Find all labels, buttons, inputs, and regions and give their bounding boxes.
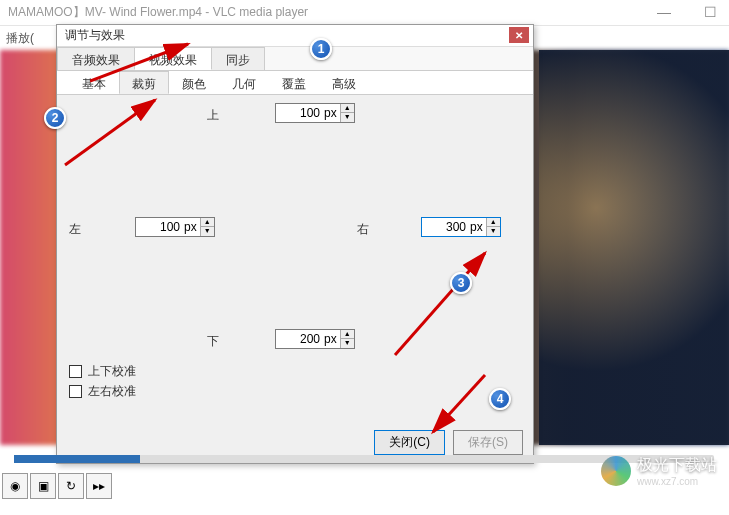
crop-top-input[interactable]	[276, 104, 324, 122]
main-title: MAMAMOO】MV- Wind Flower.mp4 - VLC media …	[8, 4, 308, 21]
subtab-advanced[interactable]: 高级	[319, 71, 369, 94]
crop-panel: 上 px ▲ ▼ 左 px	[57, 95, 533, 435]
watermark-name: 极光下载站	[637, 455, 717, 476]
annotation-3: 3	[450, 272, 472, 294]
spin-up-icon[interactable]: ▲	[201, 218, 214, 227]
watermark-url: www.xz7.com	[637, 476, 717, 487]
annotation-4: 4	[489, 388, 511, 410]
dialog-title-text: 调节与效果	[65, 27, 125, 44]
subtab-basic[interactable]: 基本	[69, 71, 119, 94]
spin-down-icon[interactable]: ▼	[201, 227, 214, 236]
effects-dialog: 调节与效果 ✕ 音频效果 视频效果 同步 基本 裁剪 颜色 几何 覆盖 高级 上…	[56, 24, 534, 464]
sync-left-right-label: 左右校准	[88, 383, 136, 400]
spin-down-icon[interactable]: ▼	[341, 113, 354, 122]
crop-left-label: 左	[69, 221, 81, 238]
unit-label: px	[470, 218, 486, 236]
sync-left-right-checkbox[interactable]	[69, 385, 82, 398]
crop-top-label: 上	[207, 107, 219, 124]
minimize-icon[interactable]: —	[649, 2, 679, 22]
crop-left-input[interactable]	[136, 218, 184, 236]
progress-fill	[14, 455, 140, 463]
crop-left-spinner[interactable]: px ▲ ▼	[135, 217, 215, 237]
crop-bottom-input[interactable]	[276, 330, 324, 348]
sync-top-bottom-checkbox[interactable]	[69, 365, 82, 378]
subtab-overlay[interactable]: 覆盖	[269, 71, 319, 94]
main-titlebar: MAMAMOO】MV- Wind Flower.mp4 - VLC media …	[0, 0, 729, 26]
tab-sync[interactable]: 同步	[211, 47, 265, 70]
crop-right-spinner[interactable]: px ▲ ▼	[421, 217, 501, 237]
spin-down-icon[interactable]: ▼	[487, 227, 500, 236]
spin-up-icon[interactable]: ▲	[341, 104, 354, 113]
annotation-2: 2	[44, 107, 66, 129]
close-button[interactable]: 关闭(C)	[374, 430, 445, 455]
spin-up-icon[interactable]: ▲	[487, 218, 500, 227]
crop-right-input[interactable]	[422, 218, 470, 236]
sync-top-bottom-label: 上下校准	[88, 363, 136, 380]
record-button[interactable]: ▣	[30, 473, 56, 499]
subtab-crop[interactable]: 裁剪	[119, 71, 169, 94]
tab-audio-effects[interactable]: 音频效果	[57, 47, 135, 70]
unit-label: px	[184, 218, 200, 236]
crop-bottom-spinner[interactable]: px ▲ ▼	[275, 329, 355, 349]
crop-bottom-label: 下	[207, 333, 219, 350]
annotation-1: 1	[310, 38, 332, 60]
loop-button[interactable]: ↻	[58, 473, 84, 499]
unit-label: px	[324, 330, 340, 348]
menu-item-play[interactable]: 播放(	[6, 30, 34, 47]
spin-up-icon[interactable]: ▲	[341, 330, 354, 339]
unit-label: px	[324, 104, 340, 122]
spin-down-icon[interactable]: ▼	[341, 339, 354, 348]
subtab-color[interactable]: 颜色	[169, 71, 219, 94]
watermark-logo-icon	[601, 456, 631, 486]
dialog-titlebar: 调节与效果 ✕	[57, 25, 533, 47]
crop-top-spinner[interactable]: px ▲ ▼	[275, 103, 355, 123]
video-preview-right	[539, 50, 729, 445]
tab-video-effects[interactable]: 视频效果	[134, 47, 212, 70]
maximize-icon[interactable]: ☐	[695, 2, 725, 22]
crop-right-label: 右	[357, 221, 369, 238]
watermark: 极光下载站 www.xz7.com	[601, 455, 717, 487]
subtab-geometry[interactable]: 几何	[219, 71, 269, 94]
save-button[interactable]: 保存(S)	[453, 430, 523, 455]
snapshot-button[interactable]: ◉	[2, 473, 28, 499]
dialog-close-button[interactable]: ✕	[509, 27, 529, 43]
frame-step-button[interactable]: ▸▸	[86, 473, 112, 499]
